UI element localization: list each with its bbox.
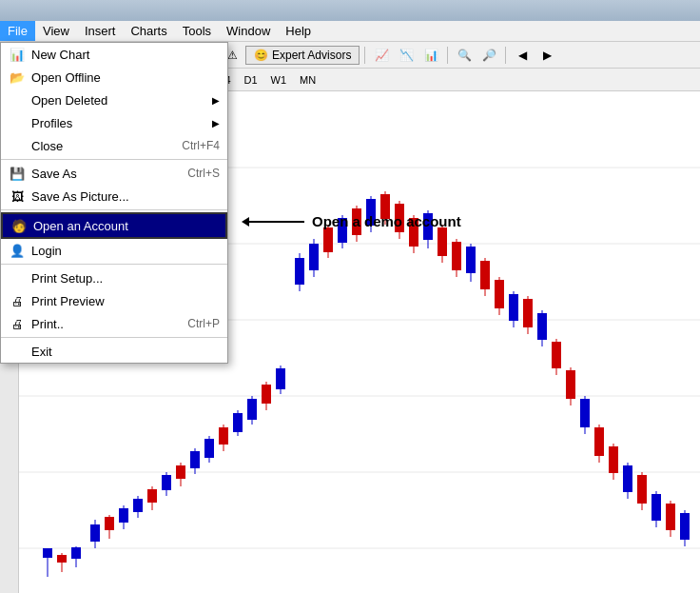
svg-rect-64 [452, 242, 461, 270]
menu-item-login[interactable]: 👤 Login [1, 239, 227, 262]
toolbar-chart-icon2[interactable]: 📉 [395, 45, 418, 66]
print-shortcut: Ctrl+P [187, 317, 220, 330]
svg-rect-94 [666, 504, 675, 530]
new-chart-label: New Chart [31, 48, 89, 62]
menu-item-new-chart[interactable]: 📊 New Chart [1, 43, 227, 66]
svg-rect-40 [276, 368, 285, 389]
close-icon [9, 137, 26, 154]
open-deleted-label: Open Deleted [31, 93, 107, 108]
exit-icon [9, 343, 26, 360]
svg-rect-42 [295, 258, 304, 285]
menu-file[interactable]: File [0, 21, 35, 41]
menu-window[interactable]: Window [219, 21, 278, 41]
tf-d1[interactable]: D1 [239, 72, 263, 88]
svg-rect-44 [309, 244, 319, 270]
svg-rect-78 [552, 342, 561, 368]
svg-rect-80 [566, 370, 575, 399]
menu-view[interactable]: View [35, 21, 77, 41]
svg-rect-38 [262, 385, 271, 404]
print-label: Print.. [31, 317, 64, 331]
svg-rect-56 [395, 204, 404, 232]
svg-rect-46 [323, 227, 333, 252]
save-as-picture-icon: 🖼 [9, 188, 26, 205]
menu-item-save-as[interactable]: 💾 Save As Ctrl+S [1, 162, 227, 185]
toolbar-scroll-left[interactable]: ◀ [511, 45, 534, 66]
menu-item-open-account[interactable]: 🧑 Open an Account [1, 212, 227, 239]
menu-help[interactable]: Help [278, 21, 319, 41]
menu-item-print-preview[interactable]: 🖨 Print Preview [1, 289, 227, 312]
svg-rect-92 [651, 494, 661, 521]
sep-t6 [505, 47, 506, 64]
save-as-picture-label: Save As Picture... [31, 189, 129, 204]
menu-charts[interactable]: Charts [123, 21, 174, 41]
new-chart-icon: 📊 [9, 46, 26, 63]
open-offline-label: Open Offline [31, 70, 101, 85]
menu-item-open-offline[interactable]: 📂 Open Offline [1, 66, 227, 89]
profiles-label: Profiles [31, 116, 72, 130]
menu-item-print[interactable]: 🖨 Print.. Ctrl+P [1, 312, 227, 335]
toolbar-zoom-out[interactable]: 🔎 [477, 45, 500, 66]
menu-item-profiles[interactable]: Profiles ▶ [1, 111, 227, 134]
toolbar-scroll-right[interactable]: ▶ [535, 45, 558, 66]
separator-1 [1, 159, 227, 160]
svg-rect-60 [423, 213, 433, 240]
menu-item-open-deleted[interactable]: Open Deleted ▶ [1, 89, 227, 111]
open-account-icon: 🧑 [10, 217, 28, 234]
close-label: Close [31, 139, 63, 153]
svg-rect-16 [105, 517, 114, 530]
open-deleted-arrow: ▶ [212, 95, 220, 106]
svg-rect-24 [162, 475, 171, 490]
svg-rect-14 [90, 524, 100, 542]
toolbar-zoom-in[interactable]: 🔍 [453, 45, 476, 66]
save-as-label: Save As [31, 167, 77, 181]
svg-rect-76 [537, 313, 547, 340]
close-shortcut: Ctrl+F4 [182, 139, 220, 152]
open-deleted-icon [9, 91, 26, 109]
menu-item-save-as-picture[interactable]: 🖼 Save As Picture... [1, 185, 227, 208]
menu-item-close[interactable]: Close Ctrl+F4 [1, 134, 227, 157]
expert-advisors-button[interactable]: 😊 Expert Advisors [245, 46, 360, 65]
svg-rect-26 [176, 465, 185, 479]
toolbar-chart-icon1[interactable]: 📈 [370, 45, 393, 66]
print-setup-label: Print Setup... [31, 271, 103, 286]
expert-label: Expert Advisors [272, 49, 351, 62]
print-setup-icon [9, 269, 26, 287]
expert-icon: 😊 [254, 49, 268, 62]
separator-4 [1, 337, 227, 338]
svg-rect-96 [680, 513, 690, 540]
svg-rect-74 [523, 299, 533, 327]
svg-rect-10 [57, 555, 67, 563]
svg-rect-34 [233, 413, 243, 432]
svg-rect-8 [43, 548, 52, 558]
print-preview-icon: 🖨 [9, 292, 26, 309]
svg-rect-36 [247, 399, 257, 420]
svg-rect-30 [204, 439, 214, 458]
svg-rect-70 [495, 280, 504, 308]
toolbar-chart-icon3[interactable]: 📊 [419, 45, 442, 66]
menu-item-exit[interactable]: Exit [1, 340, 227, 363]
separator-3 [1, 264, 227, 265]
save-as-icon: 💾 [9, 165, 26, 182]
open-account-label: Open an Account [33, 219, 128, 233]
sep-t4 [364, 47, 365, 64]
svg-rect-82 [580, 399, 590, 427]
title-bar [0, 0, 700, 21]
menu-tools[interactable]: Tools [175, 21, 219, 41]
tf-mn[interactable]: MN [294, 72, 321, 88]
menu-item-print-setup[interactable]: Print Setup... [1, 267, 227, 289]
separator-2 [1, 209, 227, 210]
svg-rect-58 [409, 218, 418, 247]
svg-rect-88 [623, 465, 632, 492]
svg-rect-66 [466, 247, 476, 273]
tf-w1[interactable]: W1 [265, 72, 293, 88]
profiles-icon [9, 114, 26, 131]
login-icon: 👤 [9, 242, 26, 259]
menu-insert[interactable]: Insert [77, 21, 124, 41]
svg-rect-86 [609, 446, 618, 473]
svg-rect-72 [509, 294, 518, 321]
open-offline-icon: 📂 [9, 69, 26, 86]
svg-rect-28 [190, 451, 200, 468]
svg-rect-12 [71, 547, 81, 559]
exit-label: Exit [31, 345, 52, 359]
svg-rect-48 [338, 218, 347, 243]
